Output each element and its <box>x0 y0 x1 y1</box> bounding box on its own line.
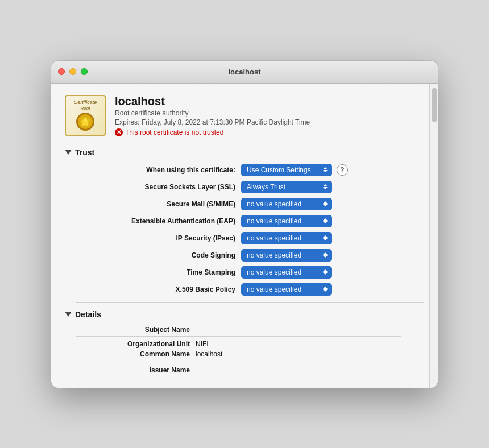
subject-name-header: Subject Name <box>76 326 190 334</box>
arrow-down-icon-3 <box>323 238 328 240</box>
arrow-down-icon-0 <box>323 187 328 189</box>
arrow-down-icon-2 <box>323 221 328 223</box>
arrow-up-icon-1 <box>323 201 328 204</box>
trust-section-title: Trust <box>75 148 94 157</box>
dropdown-arrows <box>323 167 328 172</box>
subject-name-header-row: Subject Name <box>65 326 424 334</box>
cert-icon: Certificate Root ⭐ <box>65 95 106 136</box>
trust-row-label-3: IP Security (IPsec) <box>76 234 235 242</box>
main-window: localhost Certificate Root ⭐ localhost R… <box>51 61 438 388</box>
arrow-up-icon <box>323 167 328 169</box>
trust-section-header: Trust <box>65 148 424 157</box>
details-section-header: Details <box>65 310 424 319</box>
cert-info: localhost Root certificate authority Exp… <box>115 95 424 136</box>
titlebar: localhost <box>51 61 438 84</box>
trust-dropdown-2[interactable]: no value specified <box>241 215 332 227</box>
cert-expires: Expires: Friday, July 8, 2022 at 7:13:30… <box>115 118 424 126</box>
close-button[interactable] <box>58 68 65 75</box>
trust-row-label-4: Code Signing <box>76 251 235 259</box>
arrow-up-icon-3 <box>323 235 328 238</box>
trust-row-label-1: Secure Mail (S/MIME) <box>76 200 235 208</box>
trust-row-4: Code Signing no value specified <box>65 249 424 262</box>
trust-row-control-3: no value specified <box>241 232 332 244</box>
cert-name: localhost <box>115 95 424 108</box>
trust-value-1: no value specified <box>247 200 301 208</box>
trust-row-control-2: no value specified <box>241 215 332 227</box>
trust-row-control-5: no value specified <box>241 266 332 279</box>
detail-rows: Organizational Unit NIFI Common Name loc… <box>65 340 424 358</box>
trust-row-control-6: no value specified <box>241 283 332 296</box>
details-section-title: Details <box>75 310 101 319</box>
trust-row-control-0: Always Trust <box>241 181 332 193</box>
trust-dropdown-3[interactable]: no value specified <box>241 232 332 244</box>
trust-dropdown-4[interactable]: no value specified <box>241 249 332 262</box>
issuer-name-header-row: Issuer Name <box>65 366 424 374</box>
arrow-down-icon <box>323 170 328 172</box>
arrow-up-icon-6 <box>323 287 328 289</box>
trust-row-3: IP Security (IPsec) no value specified <box>65 232 424 244</box>
custom-settings-value: Use Custom Settings <box>247 166 311 174</box>
scrollbar-track[interactable] <box>429 84 438 388</box>
window-title: localhost <box>228 68 260 76</box>
trust-row-control-1: no value specified <box>241 198 332 210</box>
issuer-name-header: Issuer Name <box>76 366 190 374</box>
cert-warning-text: This root certificate is not trusted <box>125 128 223 136</box>
detail-row-1: Common Name localhost <box>65 350 424 358</box>
dropdown-arrows-1 <box>323 201 328 206</box>
detail-value-0: NIFI <box>196 340 209 348</box>
arrow-up-icon-0 <box>323 184 328 186</box>
cert-header: Certificate Root ⭐ localhost Root certif… <box>65 95 424 136</box>
trust-row-label-5: Time Stamping <box>76 268 235 276</box>
separator-1 <box>76 302 424 303</box>
trust-dropdown-0[interactable]: Always Trust <box>241 181 332 193</box>
detail-value-1: localhost <box>196 350 222 358</box>
cert-type: Root certificate authority <box>115 109 424 117</box>
content-area: Certificate Root ⭐ localhost Root certif… <box>51 84 438 388</box>
arrow-down-icon-6 <box>323 289 328 292</box>
cert-warning: ✕ This root certificate is not trusted <box>115 128 424 136</box>
maximize-button[interactable] <box>81 68 88 75</box>
scrollbar-thumb[interactable] <box>432 88 437 122</box>
arrow-down-icon-5 <box>323 272 328 275</box>
trust-value-0: Always Trust <box>247 183 285 191</box>
trust-row-5: Time Stamping no value specified <box>65 266 424 279</box>
dropdown-arrows-0 <box>323 184 328 189</box>
dropdown-arrows-6 <box>323 287 328 292</box>
trust-value-5: no value specified <box>247 268 301 276</box>
trust-value-4: no value specified <box>247 251 301 259</box>
arrow-down-icon-4 <box>323 255 328 258</box>
trust-row-label-2: Extensible Authentication (EAP) <box>76 217 235 225</box>
traffic-lights <box>58 68 88 75</box>
minimize-button[interactable] <box>69 68 76 75</box>
arrow-up-icon-4 <box>323 252 328 255</box>
trust-triangle-icon[interactable] <box>65 150 72 155</box>
trust-row-2: Extensible Authentication (EAP) no value… <box>65 215 424 227</box>
dropdown-arrows-3 <box>323 235 328 240</box>
when-using-control: Use Custom Settings ? <box>241 164 348 176</box>
dropdown-arrows-4 <box>323 252 328 258</box>
help-button[interactable]: ? <box>337 164 348 176</box>
dropdown-arrows-2 <box>323 218 328 223</box>
detail-label-1: Common Name <box>76 350 190 358</box>
trust-dropdown-5[interactable]: no value specified <box>241 266 332 279</box>
detail-row-0: Organizational Unit NIFI <box>65 340 424 348</box>
trust-dropdown-6[interactable]: no value specified <box>241 283 332 296</box>
custom-settings-dropdown[interactable]: Use Custom Settings <box>241 164 332 176</box>
trust-row-0: Secure Sockets Layer (SSL) Always Trust <box>65 181 424 193</box>
when-using-label: When using this certificate: <box>76 166 235 174</box>
trust-row-control-4: no value specified <box>241 249 332 262</box>
arrow-up-icon-2 <box>323 218 328 221</box>
trust-value-6: no value specified <box>247 285 301 293</box>
arrow-up-icon-5 <box>323 269 328 272</box>
trust-row-label-0: Secure Sockets Layer (SSL) <box>76 183 235 191</box>
cert-icon-label: Certificate Root <box>74 99 97 111</box>
cert-seal: ⭐ <box>76 113 94 131</box>
trust-row-1: Secure Mail (S/MIME) no value specified <box>65 198 424 210</box>
trust-row-label-6: X.509 Basic Policy <box>76 285 235 293</box>
detail-label-0: Organizational Unit <box>76 340 190 348</box>
dropdown-arrows-5 <box>323 269 328 275</box>
trust-dropdown-1[interactable]: no value specified <box>241 198 332 210</box>
when-using-row: When using this certificate: Use Custom … <box>65 164 424 176</box>
details-triangle-icon[interactable] <box>65 312 72 317</box>
trust-rows: Secure Sockets Layer (SSL) Always Trust … <box>65 181 424 296</box>
